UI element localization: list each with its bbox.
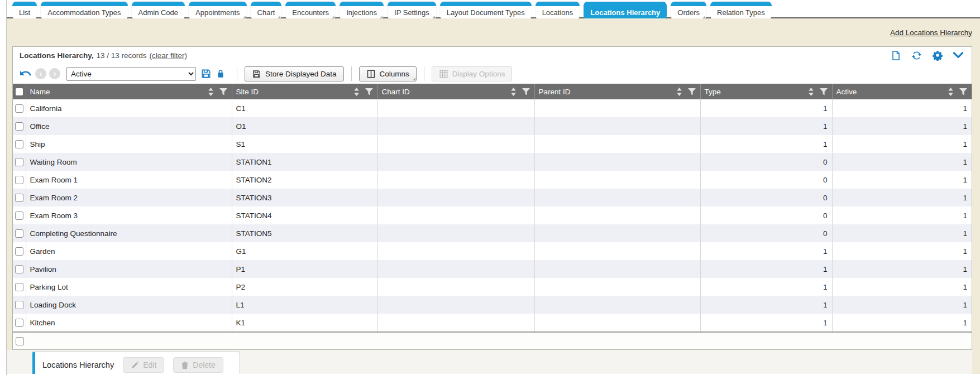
row-checkbox[interactable]	[15, 283, 23, 291]
cell-parent-id	[534, 314, 700, 331]
cell-site-id: STATION2	[232, 171, 377, 189]
row-checkbox[interactable]	[15, 265, 23, 273]
new-record-icon[interactable]	[891, 50, 901, 61]
row-checkbox[interactable]	[15, 176, 23, 184]
row-checkbox[interactable]	[15, 122, 23, 131]
sort-icon[interactable]	[208, 88, 214, 96]
sort-icon[interactable]	[353, 88, 360, 96]
cell-active: 1	[832, 260, 972, 278]
table-row[interactable]: California C1 1 1	[13, 99, 972, 117]
lock-icon[interactable]	[215, 68, 226, 79]
cell-active: 1	[832, 314, 972, 331]
filter-icon[interactable]	[522, 88, 530, 95]
tab-ip-settings[interactable]: IP Settings	[388, 2, 436, 20]
cell-name: Exam Room 1	[26, 171, 232, 189]
filter-icon[interactable]	[365, 88, 373, 95]
edit-button[interactable]: Edit	[123, 357, 164, 373]
table-row[interactable]: Parking Lot P2 1 1	[13, 278, 972, 296]
row-checkbox[interactable]	[15, 301, 23, 309]
detail-tab-label[interactable]: Locations Hierarchy	[42, 360, 114, 369]
row-checkbox[interactable]	[15, 319, 23, 327]
cell-name: Pavilion	[26, 260, 232, 278]
row-checkbox[interactable]	[15, 158, 23, 166]
footer-checkbox[interactable]	[16, 337, 24, 345]
row-checkbox[interactable]	[15, 211, 23, 220]
filter-icon[interactable]	[820, 88, 828, 95]
cell-name: Completing Questionnaire	[26, 224, 232, 242]
column-header-active[interactable]: Active	[832, 84, 972, 99]
save-filter-icon[interactable]	[200, 68, 212, 79]
sort-icon[interactable]	[510, 88, 517, 96]
tab-relation-types[interactable]: Relation Types	[710, 2, 772, 20]
table-row[interactable]: Exam Room 3 STATION4 0 1	[13, 206, 972, 224]
table-row[interactable]: Loading Dock L1 1 1	[13, 296, 972, 314]
row-checkbox-cell	[13, 153, 26, 171]
sort-icon[interactable]	[808, 88, 814, 96]
tab-accommodation-types[interactable]: Accommodation Types	[41, 2, 127, 20]
tab-injections[interactable]: Injections	[340, 2, 384, 20]
cell-site-id: STATION3	[232, 189, 377, 206]
tab-locations-hierarchy[interactable]: Locations Hierarchy	[584, 2, 667, 20]
tab-encounters[interactable]: Encounters	[285, 2, 336, 20]
cell-type: 1	[700, 314, 832, 331]
cell-chart-id	[377, 171, 534, 189]
row-checkbox[interactable]	[15, 194, 23, 202]
cell-name: Garden	[26, 242, 232, 260]
add-locations-hierarchy-link[interactable]: Add Locations Hierarchy	[890, 28, 972, 37]
table-row[interactable]: Exam Room 1 STATION2 0 1	[13, 171, 972, 189]
cell-chart-id	[377, 224, 534, 242]
columns-button[interactable]: Columns	[359, 66, 417, 81]
filter-icon[interactable]	[959, 88, 967, 95]
cell-parent-id	[534, 296, 700, 314]
row-checkbox[interactable]	[15, 229, 23, 238]
column-header-chart-id[interactable]: Chart ID	[377, 84, 534, 99]
tab-admin-code[interactable]: Admin Code	[132, 2, 185, 20]
select-all-checkbox[interactable]	[16, 88, 23, 95]
cell-chart-id	[377, 189, 534, 206]
gear-icon[interactable]	[932, 50, 943, 61]
tab-chart[interactable]: Chart	[251, 2, 282, 20]
table-row[interactable]: Garden G1 1 1	[13, 242, 972, 260]
detail-bar: Locations Hierarchy Edit Delete	[7, 350, 972, 374]
row-checkbox[interactable]	[15, 247, 23, 256]
tab-list[interactable]: List	[12, 2, 37, 20]
refresh-icon[interactable]	[911, 50, 922, 61]
filter-icon[interactable]	[219, 88, 227, 95]
cell-chart-id	[377, 242, 534, 260]
filter-select[interactable]: Active	[66, 67, 196, 81]
store-displayed-data-button[interactable]: Store Displayed Data	[245, 66, 344, 81]
cell-chart-id	[377, 117, 534, 135]
display-options-button[interactable]: Display Options	[432, 66, 513, 81]
table-row[interactable]: Waiting Room STATION1 0 1	[13, 153, 972, 171]
column-header-name[interactable]: Name	[26, 84, 232, 99]
column-header-type[interactable]: Type	[700, 84, 832, 99]
table-row[interactable]: Ship S1 1 1	[13, 135, 972, 153]
table-row[interactable]: Pavilion P1 1 1	[13, 260, 972, 278]
chevron-down-icon[interactable]	[953, 51, 964, 60]
clear-filter-link[interactable]: (clear filter)	[150, 51, 188, 60]
tab-layout-document-types[interactable]: Layout Document Types	[440, 2, 532, 20]
nav-back-button[interactable]: ‹	[35, 68, 46, 79]
tab-locations[interactable]: Locations	[536, 2, 580, 20]
row-checkbox[interactable]	[15, 104, 23, 113]
row-checkbox[interactable]	[15, 140, 23, 148]
panel-title: Locations Hierarchy,	[20, 51, 94, 60]
undo-icon[interactable]	[18, 67, 32, 80]
tab-appointments[interactable]: Appointments	[189, 2, 247, 20]
trash-icon	[181, 361, 189, 369]
table-row[interactable]: Completing Questionnaire STATION5 0 1	[13, 224, 972, 242]
tab-orders[interactable]: Orders	[671, 2, 706, 20]
table-row[interactable]: Office O1 1 1	[13, 117, 972, 135]
table-row[interactable]: Exam Room 2 STATION3 0 1	[13, 189, 972, 206]
grid-footer-row	[13, 331, 972, 349]
filter-icon[interactable]	[688, 88, 696, 95]
column-header-site-id[interactable]: Site ID	[232, 84, 377, 99]
delete-button[interactable]: Delete	[173, 357, 223, 373]
column-header-parent-id[interactable]: Parent ID	[534, 84, 700, 99]
sort-icon[interactable]	[948, 88, 954, 96]
sort-icon[interactable]	[676, 88, 682, 96]
table-row[interactable]: Kitchen K1 1 1	[13, 314, 972, 331]
cell-type: 0	[700, 153, 832, 171]
nav-forward-button[interactable]: ›	[49, 68, 60, 79]
cell-type: 1	[700, 296, 832, 314]
